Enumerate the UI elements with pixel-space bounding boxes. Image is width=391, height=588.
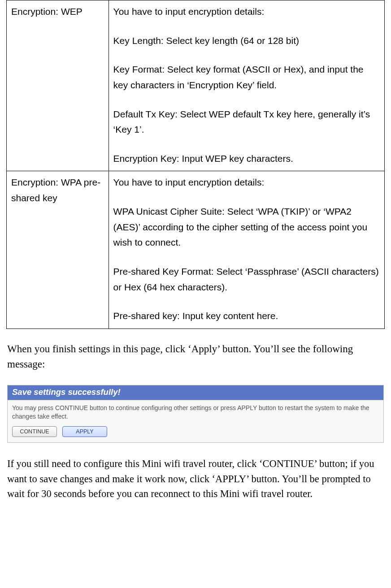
wpa-detail-cipher-suite: WPA Unicast Cipher Suite: Select ‘WPA (T… <box>113 204 380 251</box>
paragraph-after-table: When you finish settings in this page, c… <box>7 342 384 372</box>
save-settings-dialog: Save settings successfully! You may pres… <box>7 385 384 443</box>
wep-detail-encryption-key: Encryption Key: Input WEP key characters… <box>113 151 380 167</box>
wpa-detail-intro: You have to input encryption details: <box>113 175 380 190</box>
wep-detail-key-length: Key Length: Select key length (64 or 128… <box>113 33 380 49</box>
wpa-detail-preshared-key: Pre-shared key: Input key content here. <box>113 308 380 324</box>
document-page: Encryption: WEP You have to input encryp… <box>0 0 391 515</box>
wep-detail-default-tx-key: Default Tx Key: Select WEP default Tx ke… <box>113 107 380 138</box>
dialog-body-text: You may press CONTINUE button to continu… <box>8 400 383 425</box>
encryption-wep-label: Encryption: WEP <box>7 0 109 171</box>
table-row: Encryption: WPA pre-shared key You have … <box>7 171 385 329</box>
wep-detail-key-format: Key Format: Select key format (ASCII or … <box>113 62 380 93</box>
table-row: Encryption: WEP You have to input encryp… <box>7 0 385 171</box>
encryption-table: Encryption: WEP You have to input encryp… <box>6 0 385 329</box>
continue-button[interactable]: CONTINUE <box>12 426 57 437</box>
dialog-title: Save settings successfully! <box>8 385 383 400</box>
wep-detail-intro: You have to input encryption details: <box>113 4 380 20</box>
paragraph-end: If you still need to configure this Mini… <box>7 456 384 502</box>
wpa-detail-key-format: Pre-shared Key Format: Select ‘Passphras… <box>113 264 380 295</box>
encryption-wpa-details: You have to input encryption details: WP… <box>109 171 384 329</box>
apply-button[interactable]: APPLY <box>62 426 107 437</box>
encryption-wep-details: You have to input encryption details: Ke… <box>109 0 384 171</box>
dialog-button-row: CONTINUE APPLY <box>8 425 383 442</box>
encryption-wpa-label: Encryption: WPA pre-shared key <box>7 171 109 329</box>
